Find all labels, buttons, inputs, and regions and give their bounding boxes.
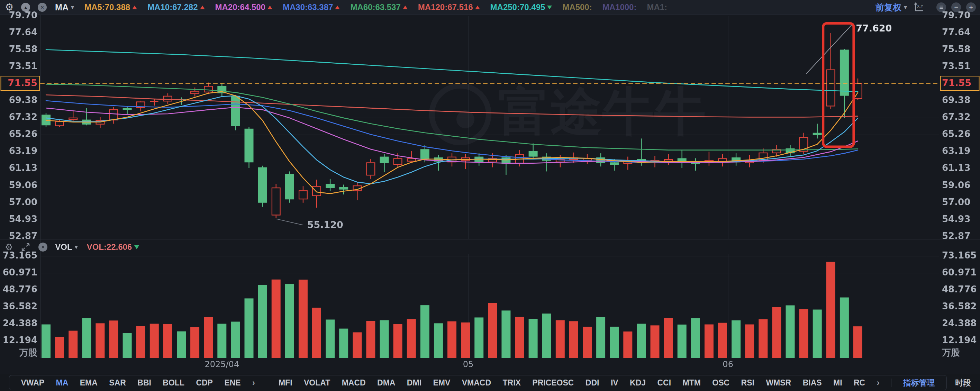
- close-volume-icon[interactable]: ✕: [38, 243, 48, 251]
- triangle-down-icon: [134, 245, 139, 249]
- expand-pane-icon[interactable]: [21, 243, 30, 251]
- price-volume-chart-canvas[interactable]: [0, 0, 980, 391]
- volume-indicator-selector[interactable]: VOL ▾: [55, 242, 78, 252]
- volume-value-text: VOL:22.606: [87, 242, 132, 252]
- volume-pane-header: ⚙ ✕ VOL ▾ VOL:22.606: [0, 240, 139, 255]
- volume-current-value: VOL:22.606: [87, 242, 140, 252]
- volume-selector-label: VOL: [55, 242, 72, 252]
- stock-chart-app: { "top_toolbar": { "ma_selector_label": …: [0, 0, 980, 391]
- volume-settings-gear-icon[interactable]: ⚙: [5, 243, 13, 251]
- chevron-down-icon: ▾: [75, 243, 78, 251]
